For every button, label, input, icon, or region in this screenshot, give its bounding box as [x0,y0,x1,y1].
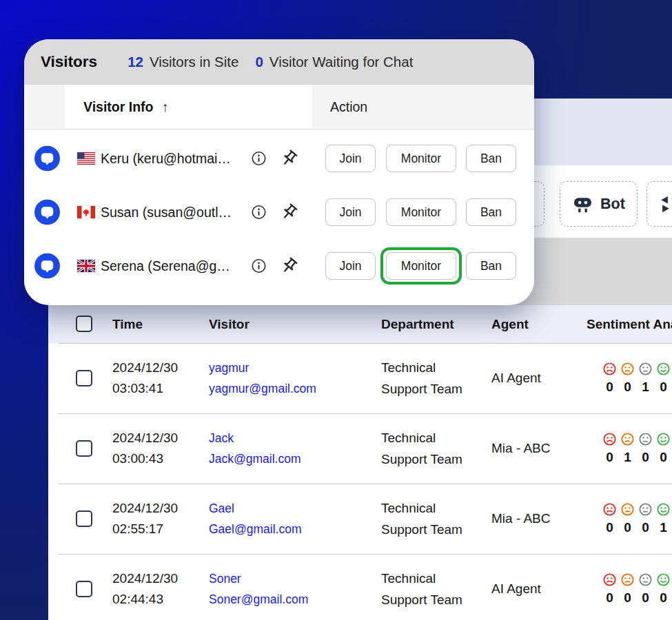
row-checkbox[interactable] [76,581,92,597]
visitor-info-sort-header[interactable]: Visitor Info ↑ [63,85,314,129]
monitor-button[interactable]: Monitor [386,145,456,172]
visitor-email-link[interactable]: Gael@gmail.com [209,519,301,539]
chat-time: 02:44:43 [112,589,178,610]
pin-icon[interactable] [280,257,298,276]
visitors-waiting-count: 0 [255,54,263,70]
row-divider [59,554,672,555]
ban-button[interactable]: Ban [466,198,516,226]
sentiment-neutral-icon [638,432,653,446]
action-label: Action [330,99,367,115]
visitors-in-site-count: 12 [128,54,143,70]
cell-department: Technical Support Team [381,497,474,540]
cell-visitor: Gael Gael@gmail.com [209,498,301,539]
chat-date: 2024/12/30 [112,428,178,448]
sentiment-happy-icon [656,572,671,587]
sentiment-counts: 0100 [602,450,671,465]
visitor-row: Keru (keru@hotmai… Join Monitor Ban [24,132,534,185]
chat-date: 2024/12/30 [112,358,178,378]
chat-bubble-icon[interactable] [34,146,60,172]
info-icon[interactable] [251,258,267,274]
monitor-button[interactable]: Monitor [386,198,456,226]
monitor-button-highlighted[interactable]: Monitor [386,252,456,280]
visitor-name-link[interactable]: yagmur [209,358,316,378]
partial-transfer-button[interactable] [646,181,672,227]
row-checkbox[interactable] [76,440,92,457]
chats-table-header: Time Visitor Department Agent Sentiment … [48,305,672,343]
cell-time: 2024/12/30 02:55:17 [112,498,178,539]
sentiment-happy-icon [656,502,671,517]
chat-date: 2024/12/30 [112,568,178,589]
info-icon[interactable] [251,151,267,167]
cell-sentiment: 0010 [602,362,671,395]
visitors-waiting-label: Visitor Waiting for Chat [269,54,414,70]
bot-button[interactable]: Bot [560,181,638,227]
sentiment-sad-icon [620,362,635,376]
visitor-name-link[interactable]: Soner [209,568,308,589]
join-button[interactable]: Join [325,198,376,226]
pin-icon[interactable] [280,203,298,222]
bot-button-label: Bot [600,196,625,213]
select-all-checkbox[interactable] [76,316,92,332]
chat-time: 02:55:17 [112,519,178,539]
visitor-info-label: Visitor Info [83,99,153,115]
visitor-email-link[interactable]: yagmur@gmail.com [209,378,316,399]
join-button[interactable]: Join [325,145,376,172]
visitor-name-link[interactable]: Jack [209,428,301,448]
visitor-name: Serena (Serena@g… [101,258,230,274]
chat-bubble-icon[interactable] [34,200,60,225]
visitor-name-link[interactable]: Gael [209,498,301,519]
screen: Bot Time Visitor Department Agent Sentim… [0,0,672,620]
row-divider [59,413,672,414]
row-checkbox[interactable] [76,510,92,527]
join-button[interactable]: Join [325,252,376,280]
table-row: 2024/12/30 03:00:43 Jack Jack@gmail.com … [48,413,672,484]
robot-icon [572,194,593,215]
sentiment-angry-icon [602,432,617,446]
transfer-icon [656,194,672,215]
visitors-in-site-stat: 12 Visitors in Site [128,54,238,70]
popup-columns-header: Visitor Info ↑ Action [24,85,534,130]
col-header-sentiment: Sentiment Analysis [587,317,672,332]
cell-time: 2024/12/30 03:03:41 [112,358,178,399]
sentiment-angry-icon [602,362,617,376]
ban-button[interactable]: Ban [466,252,516,280]
visitors-in-site-label: Visitors in Site [150,54,239,70]
sentiment-neutral-icon [638,502,653,517]
cell-visitor: Soner Soner@gmail.com [209,568,308,610]
sentiment-angry-icon [602,572,617,587]
visitor-email-link[interactable]: Jack@gmail.com [209,448,301,469]
row-checkbox[interactable] [76,370,92,386]
sentiment-counts: 0000 [602,590,671,606]
cell-agent: Mia - ABC [491,439,556,458]
sentiment-neutral-icon [638,362,653,376]
cell-visitor: yagmur yagmur@gmail.com [209,358,316,399]
ban-button[interactable]: Ban [466,145,516,172]
row-divider [59,484,672,484]
col-header-agent: Agent [491,317,529,332]
cell-visitor: Jack Jack@gmail.com [209,428,301,469]
visitor-row: Serena (Serena@g… Join Monitor Ban [24,239,534,293]
cell-department: Technical Support Team [381,357,474,400]
visitor-name: Keru (keru@hotmai… [101,151,231,167]
sentiment-sad-icon [620,432,635,446]
visitor-email-link[interactable]: Soner@gmail.com [209,589,308,610]
table-row: 2024/12/30 03:03:41 yagmur yagmur@gmail.… [48,343,672,413]
cell-agent: AI Agent [491,369,556,388]
cell-sentiment: 0100 [602,432,671,465]
sentiment-sad-icon [620,502,635,517]
sentiment-sad-icon [620,572,635,587]
cell-time: 2024/12/30 02:44:43 [112,568,178,610]
flag-canada-icon [77,206,95,218]
popup-header: Visitors 12 Visitors in Site 0 Visitor W… [24,39,534,85]
visitor-name: Susan (susan@outl… [101,205,232,220]
info-icon[interactable] [251,205,267,220]
flag-usa-icon [77,152,95,165]
table-row: 2024/12/30 02:44:43 Soner Soner@gmail.co… [48,554,672,620]
visitor-row: Susan (susan@outl… Join Monitor Ban [24,185,534,239]
chat-time: 03:03:41 [112,378,178,399]
pin-icon[interactable] [280,149,298,168]
sentiment-counts: 0001 [602,520,671,535]
chat-bubble-icon[interactable] [34,254,60,279]
flag-uk-icon [77,260,95,272]
col-header-visitor: Visitor [209,317,250,332]
